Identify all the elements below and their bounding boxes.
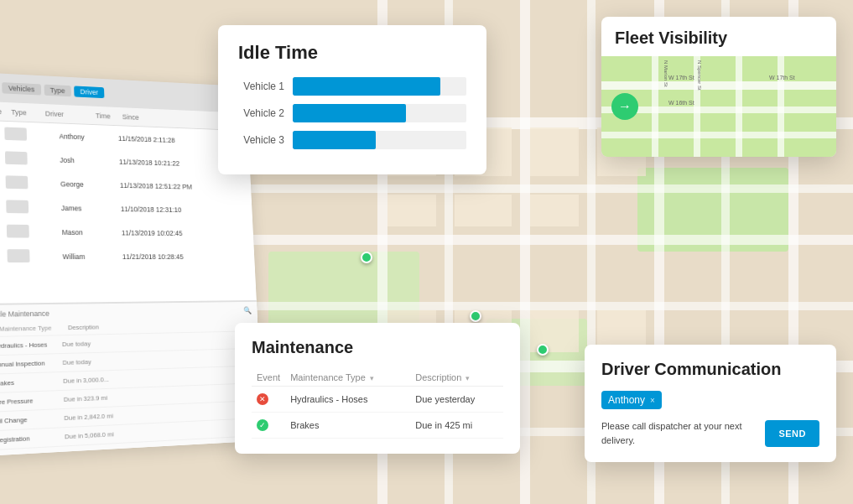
maint-desc: Due today bbox=[62, 336, 253, 348]
maint-type: Oil Change bbox=[0, 414, 60, 425]
maint-table-header: Event Maintenance Type ▾ Description ▾ bbox=[252, 369, 503, 387]
svg-rect-22 bbox=[455, 195, 512, 226]
maint-type: Registration bbox=[0, 434, 60, 444]
maint-th-type: Maintenance Type ▾ bbox=[285, 369, 410, 387]
bar-row-3: Vehicle 3 bbox=[238, 131, 466, 149]
driver-communication-card: Driver Communication Anthony × Please ca… bbox=[585, 345, 836, 462]
maint-row-desc-1: Due yesterday bbox=[410, 387, 503, 413]
svg-text:W 17th St: W 17th St bbox=[769, 75, 795, 81]
maint-row-type-2: Brakes bbox=[285, 413, 410, 439]
driver-communication-title: Driver Communication bbox=[601, 360, 819, 379]
vehicle-icon bbox=[5, 127, 28, 141]
col-type: Type bbox=[11, 107, 27, 116]
maintenance-table: Event Maintenance Type ▾ Description ▾ ✕… bbox=[252, 369, 503, 439]
send-button[interactable]: SEND bbox=[765, 420, 819, 447]
maint-section-header: Vehicle Maintenance 🔍 bbox=[0, 306, 252, 319]
maint-status-dot-red: ✕ bbox=[257, 393, 268, 405]
tag-close-icon[interactable]: × bbox=[650, 396, 655, 405]
vehicle-icon bbox=[7, 225, 29, 238]
svg-rect-12 bbox=[520, 0, 530, 504]
maint-row-type-1: Hydraulics - Hoses bbox=[285, 387, 410, 413]
svg-rect-35 bbox=[778, 56, 784, 157]
fleet-map-preview: W 17th St W 17th St W 16th St N Marion S… bbox=[601, 56, 836, 157]
bar-fill-2 bbox=[293, 104, 406, 122]
map-marker-2 bbox=[361, 252, 372, 263]
svg-rect-32 bbox=[652, 56, 658, 157]
dashboard-tab-driver[interactable]: Driver bbox=[74, 86, 104, 98]
svg-text:N Spencer St: N Spencer St bbox=[697, 60, 702, 91]
driver-name: James bbox=[56, 197, 115, 221]
fleet-visibility-card: Fleet Visibility W 17th St W 17th St W 1… bbox=[601, 17, 836, 157]
vehicle-icon bbox=[8, 249, 30, 262]
row-date: 11/21/2018 10:28:45 bbox=[117, 246, 253, 268]
dashboard-maintenance-section: Vehicle Maintenance 🔍 Maintenance Type D… bbox=[0, 300, 263, 456]
table-row: James 11/10/2018 12:31:10 bbox=[0, 195, 251, 221]
row-date: 11/10/2018 12:31:10 bbox=[116, 198, 252, 221]
vehicle-icon bbox=[7, 200, 29, 213]
maint-row-desc-2: Due in 425 mi bbox=[410, 413, 503, 439]
maint-desc: Due in 323.9 mi bbox=[64, 388, 256, 403]
row-date: 11/13/2018 12:51:22 PM bbox=[115, 174, 250, 199]
driver-name: Mason bbox=[57, 221, 116, 244]
maint-table-row-1: ✕ Hydraulics - Hoses Due yesterday bbox=[252, 387, 503, 413]
message-text: Please call dispatcher at your next deli… bbox=[601, 419, 757, 447]
maint-th-event: Event bbox=[252, 369, 285, 387]
maint-th-desc-label: Description bbox=[415, 372, 461, 382]
svg-rect-31 bbox=[601, 132, 836, 138]
col-vehicle: Vehicle bbox=[0, 107, 2, 116]
maintenance-card: Maintenance Event Maintenance Type ▾ Des… bbox=[235, 323, 520, 454]
recipient-tag: Anthony × bbox=[601, 391, 662, 409]
recipient-name: Anthony bbox=[608, 394, 645, 406]
col-driver: Driver bbox=[45, 109, 64, 117]
fleet-arrow-icon[interactable]: → bbox=[611, 93, 638, 120]
driver-name: Anthony bbox=[55, 125, 113, 149]
bar-label-3: Vehicle 3 bbox=[238, 134, 284, 146]
bar-label-1: Vehicle 1 bbox=[238, 81, 284, 92]
fleet-visibility-title: Fleet Visibility bbox=[601, 17, 836, 56]
maint-desc-dropdown-icon[interactable]: ▾ bbox=[466, 374, 470, 382]
svg-rect-29 bbox=[601, 81, 836, 90]
bar-row-1: Vehicle 1 bbox=[238, 77, 466, 96]
map-marker-4 bbox=[537, 344, 549, 356]
bar-fill-3 bbox=[293, 131, 376, 149]
map-marker-3 bbox=[470, 310, 481, 322]
maint-type: Hydraulics - Hoses bbox=[0, 340, 57, 350]
maint-type-dropdown-icon[interactable]: ▾ bbox=[370, 374, 374, 382]
bar-fill-1 bbox=[293, 77, 440, 96]
bar-label-2: Vehicle 2 bbox=[238, 107, 284, 119]
driver-name: Josh bbox=[55, 148, 113, 172]
dashboard-tab-type[interactable]: Type bbox=[44, 85, 71, 97]
maint-th-type-label: Maintenance Type bbox=[290, 372, 366, 382]
svg-rect-21 bbox=[387, 195, 436, 226]
maint-desc: Due today bbox=[62, 353, 253, 366]
dashboard-tabs: Vehicles Type Driver bbox=[2, 82, 104, 98]
maint-type: Tire Pressure bbox=[0, 396, 59, 406]
message-area: Please call dispatcher at your next deli… bbox=[601, 419, 819, 447]
idle-time-title: Idle Time bbox=[238, 42, 466, 64]
col-since: Since bbox=[122, 112, 139, 121]
bar-track-2 bbox=[293, 104, 466, 122]
row-date: 11/13/2019 10:02:45 bbox=[117, 221, 252, 244]
search-icon[interactable]: 🔍 bbox=[243, 306, 252, 314]
maint-col-event: Maintenance Type bbox=[0, 324, 63, 332]
col-time: Time bbox=[96, 112, 111, 120]
svg-rect-23 bbox=[530, 195, 579, 226]
bar-track-1 bbox=[293, 77, 466, 96]
svg-text:W 16th St: W 16th St bbox=[668, 100, 694, 106]
bar-row-2: Vehicle 2 bbox=[238, 104, 466, 122]
maint-col-desc: Description bbox=[68, 320, 252, 331]
maintenance-card-title: Maintenance bbox=[252, 338, 503, 357]
vehicle-icon bbox=[6, 175, 29, 189]
bar-track-3 bbox=[293, 131, 466, 149]
maint-section-title: Vehicle Maintenance bbox=[0, 309, 49, 319]
vehicle-icon bbox=[5, 151, 28, 164]
maint-status-dot-green: ✓ bbox=[257, 419, 268, 431]
svg-rect-34 bbox=[736, 56, 742, 157]
maint-desc: Due in 3,000.0... bbox=[63, 371, 255, 385]
maint-type: Annual Inspection bbox=[0, 359, 58, 368]
svg-rect-19 bbox=[530, 127, 579, 176]
svg-text:W 17th St: W 17th St bbox=[668, 75, 694, 81]
dashboard-tab-vehicles[interactable]: Vehicles bbox=[2, 82, 41, 95]
table-row: Mason 11/13/2019 10:02:45 bbox=[0, 220, 252, 244]
maint-th-desc: Description ▾ bbox=[410, 369, 503, 387]
